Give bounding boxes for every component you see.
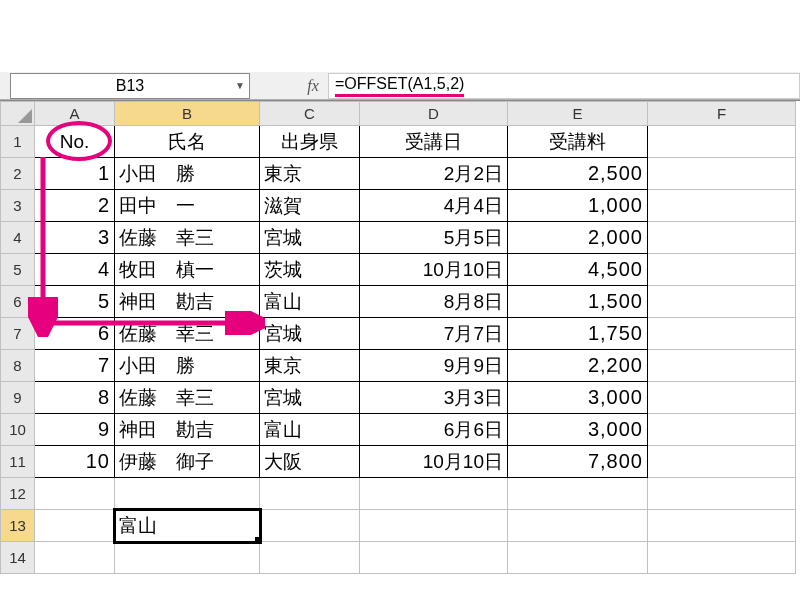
col-header-B[interactable]: B (115, 102, 260, 126)
col-header-F[interactable]: F (648, 102, 796, 126)
cell[interactable] (360, 542, 508, 574)
cell-no[interactable]: 10 (35, 446, 115, 478)
cell[interactable] (648, 318, 796, 350)
cell-fee[interactable]: 1,500 (508, 286, 648, 318)
cell-pref[interactable]: 富山 (260, 414, 360, 446)
cell-name[interactable]: 佐藤 幸三 (115, 382, 260, 414)
cell[interactable] (260, 510, 360, 542)
cell-no[interactable]: 9 (35, 414, 115, 446)
cell-fee[interactable]: 1,000 (508, 190, 648, 222)
cell-name[interactable]: 牧田 槙一 (115, 254, 260, 286)
cell-name[interactable]: 小田 勝 (115, 350, 260, 382)
cell-pref[interactable]: 宮城 (260, 382, 360, 414)
cell[interactable] (648, 254, 796, 286)
cell-date[interactable]: 3月3日 (360, 382, 508, 414)
cell-pref[interactable]: 東京 (260, 158, 360, 190)
cell-date[interactable]: 10月10日 (360, 446, 508, 478)
row-header-7[interactable]: 7 (1, 318, 35, 350)
cell[interactable] (648, 382, 796, 414)
cell[interactable] (648, 286, 796, 318)
cell[interactable] (35, 510, 115, 542)
cell-date[interactable]: 6月6日 (360, 414, 508, 446)
cell-date[interactable]: 10月10日 (360, 254, 508, 286)
cell-date[interactable]: 2月2日 (360, 158, 508, 190)
hdr-no[interactable]: No. (35, 126, 115, 158)
cell-no[interactable]: 2 (35, 190, 115, 222)
cell[interactable] (648, 414, 796, 446)
cell-fee[interactable]: 1,750 (508, 318, 648, 350)
cell-name[interactable]: 小田 勝 (115, 158, 260, 190)
cell-pref[interactable]: 東京 (260, 350, 360, 382)
cell-pref[interactable]: 宮城 (260, 222, 360, 254)
name-box[interactable]: B13 ▼ (10, 73, 250, 99)
cell-name[interactable]: 田中 一 (115, 190, 260, 222)
cell-fee[interactable]: 3,000 (508, 414, 648, 446)
cell-fee[interactable]: 7,800 (508, 446, 648, 478)
active-cell-B13[interactable]: 富山 (115, 510, 260, 542)
formula-input[interactable]: =OFFSET(A1,5,2) (328, 73, 800, 99)
cell-fee[interactable]: 2,200 (508, 350, 648, 382)
row-header-10[interactable]: 10 (1, 414, 35, 446)
cell-date[interactable]: 7月7日 (360, 318, 508, 350)
hdr-pref[interactable]: 出身県 (260, 126, 360, 158)
col-header-E[interactable]: E (508, 102, 648, 126)
cell-name[interactable]: 神田 勘吉 (115, 286, 260, 318)
cell[interactable] (360, 510, 508, 542)
cell-no[interactable]: 5 (35, 286, 115, 318)
cell[interactable] (648, 350, 796, 382)
cell[interactable] (648, 158, 796, 190)
row-header-2[interactable]: 2 (1, 158, 35, 190)
cell[interactable] (508, 542, 648, 574)
row-header-3[interactable]: 3 (1, 190, 35, 222)
fx-icon[interactable]: fx (298, 77, 328, 95)
cell[interactable] (648, 446, 796, 478)
hdr-date[interactable]: 受講日 (360, 126, 508, 158)
row-header-5[interactable]: 5 (1, 254, 35, 286)
cell-no[interactable]: 6 (35, 318, 115, 350)
cell-fee[interactable]: 3,000 (508, 382, 648, 414)
cell-no[interactable]: 7 (35, 350, 115, 382)
cell-no[interactable]: 3 (35, 222, 115, 254)
row-header-4[interactable]: 4 (1, 222, 35, 254)
cell-name[interactable]: 神田 勘吉 (115, 414, 260, 446)
cell-no[interactable]: 4 (35, 254, 115, 286)
hdr-fee[interactable]: 受講料 (508, 126, 648, 158)
col-header-C[interactable]: C (260, 102, 360, 126)
row-header-11[interactable]: 11 (1, 446, 35, 478)
cell-name[interactable]: 伊藤 御子 (115, 446, 260, 478)
cell[interactable] (648, 126, 796, 158)
chevron-down-icon[interactable]: ▼ (233, 79, 247, 93)
cell-date[interactable]: 9月9日 (360, 350, 508, 382)
select-all-corner[interactable] (1, 102, 35, 126)
cell[interactable] (115, 542, 260, 574)
cell-fee[interactable]: 4,500 (508, 254, 648, 286)
cell[interactable] (260, 478, 360, 510)
cell-pref[interactable]: 大阪 (260, 446, 360, 478)
row-header-8[interactable]: 8 (1, 350, 35, 382)
cell-no[interactable]: 8 (35, 382, 115, 414)
cell[interactable] (648, 478, 796, 510)
cell-fee[interactable]: 2,000 (508, 222, 648, 254)
cell[interactable] (648, 510, 796, 542)
cell-pref[interactable]: 滋賀 (260, 190, 360, 222)
row-header-6[interactable]: 6 (1, 286, 35, 318)
cell-pref[interactable]: 茨城 (260, 254, 360, 286)
cell[interactable] (115, 478, 260, 510)
cell[interactable] (360, 478, 508, 510)
row-header-13[interactable]: 13 (1, 510, 35, 542)
cell[interactable] (260, 542, 360, 574)
spreadsheet-grid[interactable]: A B C D E F 1 No. 氏名 出身県 受講日 受講料 21小田 勝東… (0, 100, 800, 574)
row-header-14[interactable]: 14 (1, 542, 35, 574)
col-header-D[interactable]: D (360, 102, 508, 126)
hdr-name[interactable]: 氏名 (115, 126, 260, 158)
cell[interactable] (508, 510, 648, 542)
cell[interactable] (35, 542, 115, 574)
cell-date[interactable]: 4月4日 (360, 190, 508, 222)
cell-date[interactable]: 5月5日 (360, 222, 508, 254)
cell[interactable] (648, 190, 796, 222)
row-header-1[interactable]: 1 (1, 126, 35, 158)
cell[interactable] (648, 542, 796, 574)
cell-pref[interactable]: 宮城 (260, 318, 360, 350)
cell-pref[interactable]: 富山 (260, 286, 360, 318)
cell-fee[interactable]: 2,500 (508, 158, 648, 190)
